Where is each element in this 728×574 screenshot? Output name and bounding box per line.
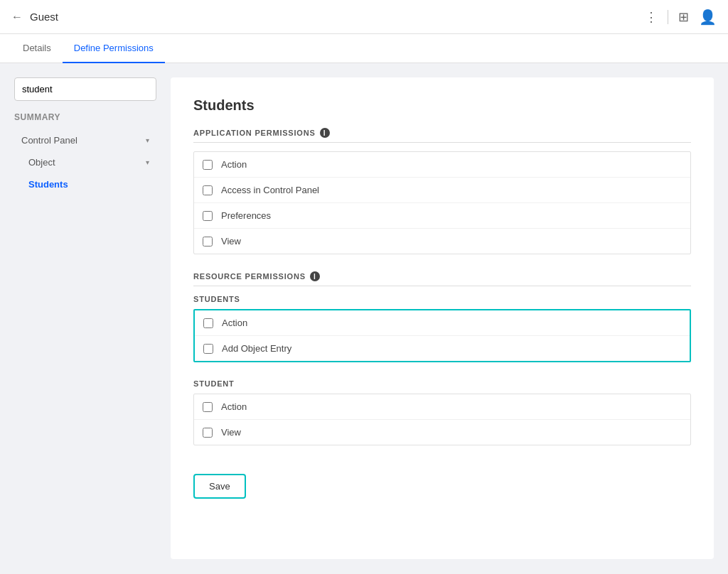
- layout: Summary Control Panel ▾ Object ▾ Student…: [0, 63, 728, 573]
- student-section-title: STUDENT: [193, 379, 691, 388]
- students-add-object-label: Add Object Entry: [222, 343, 291, 354]
- app-access-checkbox[interactable]: [203, 185, 213, 195]
- sidebar-search-input[interactable]: [14, 77, 156, 101]
- app-preferences-label: Preferences: [221, 210, 271, 221]
- app-permission-row-action: Action: [194, 152, 690, 178]
- app-permission-row-access: Access in Control Panel: [194, 178, 690, 203]
- user-icon[interactable]: 👤: [699, 9, 717, 26]
- app-permission-row-view: View: [194, 229, 690, 254]
- resource-section-students: STUDENTS Action Add Object Entry: [193, 295, 691, 362]
- tab-details[interactable]: Details: [11, 34, 63, 63]
- student-view-checkbox[interactable]: [203, 428, 213, 438]
- sidebar-item-label: Control Panel: [21, 135, 77, 146]
- sidebar-item-object[interactable]: Object ▾: [14, 151, 156, 173]
- sidebar-item-control-panel[interactable]: Control Panel ▾: [14, 129, 156, 151]
- nav-right: ⋮ ⊞ 👤: [645, 9, 717, 26]
- students-action-label: Action: [222, 318, 247, 328]
- app-preferences-checkbox[interactable]: [203, 211, 213, 221]
- app-view-checkbox[interactable]: [203, 237, 213, 247]
- app-permissions-label: APPLICATION PERMISSIONS i: [193, 128, 691, 138]
- app-permissions-table: Action Access in Control Panel Preferenc…: [193, 151, 691, 254]
- chevron-down-icon: ▾: [146, 136, 149, 144]
- sidebar-item-label: Students: [28, 179, 68, 190]
- student-action-label: Action: [221, 401, 247, 412]
- app-view-label: View: [221, 236, 241, 247]
- student-row-view: View: [194, 420, 690, 445]
- student-action-checkbox[interactable]: [203, 402, 213, 412]
- students-action-checkbox[interactable]: [203, 318, 213, 328]
- nav-left: ← Guest: [11, 11, 645, 23]
- students-row-action: Action: [195, 310, 690, 336]
- student-permission-table: Action View: [193, 394, 691, 445]
- app-permissions-divider: [193, 142, 691, 143]
- students-add-object-checkbox[interactable]: [203, 344, 213, 354]
- grid-icon[interactable]: ⊞: [678, 9, 689, 25]
- main-content: Students APPLICATION PERMISSIONS i Actio…: [171, 77, 714, 559]
- students-section-title: STUDENTS: [193, 295, 691, 303]
- resource-permissions-label: RESOURCE PERMISSIONS i: [193, 271, 691, 281]
- save-button[interactable]: Save: [193, 474, 246, 499]
- students-row-add-object: Add Object Entry: [195, 336, 690, 361]
- app-action-checkbox[interactable]: [203, 160, 213, 170]
- resource-section-student: STUDENT Action View: [193, 379, 691, 445]
- page-title: Guest: [30, 11, 58, 23]
- app-permission-row-preferences: Preferences: [194, 203, 690, 229]
- nav-divider: [668, 10, 668, 24]
- sidebar: Summary Control Panel ▾ Object ▾ Student…: [14, 77, 156, 559]
- app-permissions-info-icon[interactable]: i: [320, 128, 330, 138]
- sidebar-item-students[interactable]: Students: [14, 173, 156, 195]
- app-access-label: Access in Control Panel: [221, 185, 319, 195]
- student-view-label: View: [221, 427, 241, 438]
- tab-bar: Details Define Permissions: [0, 34, 728, 63]
- app-action-label: Action: [221, 159, 247, 170]
- student-row-action: Action: [194, 394, 690, 420]
- resource-permissions-divider: [193, 286, 691, 286]
- section-title: Students: [193, 97, 691, 114]
- chevron-down-icon: ▾: [146, 158, 149, 166]
- back-button[interactable]: ←: [11, 11, 23, 23]
- students-permission-table: Action Add Object Entry: [193, 309, 691, 362]
- top-nav: ← Guest ⋮ ⊞ 👤: [0, 0, 728, 34]
- sidebar-summary-label: Summary: [14, 112, 156, 122]
- sidebar-item-label: Object: [28, 157, 55, 168]
- tab-define-permissions[interactable]: Define Permissions: [63, 34, 165, 63]
- resource-permissions-info-icon[interactable]: i: [310, 271, 320, 281]
- menu-dots-icon[interactable]: ⋮: [645, 9, 658, 25]
